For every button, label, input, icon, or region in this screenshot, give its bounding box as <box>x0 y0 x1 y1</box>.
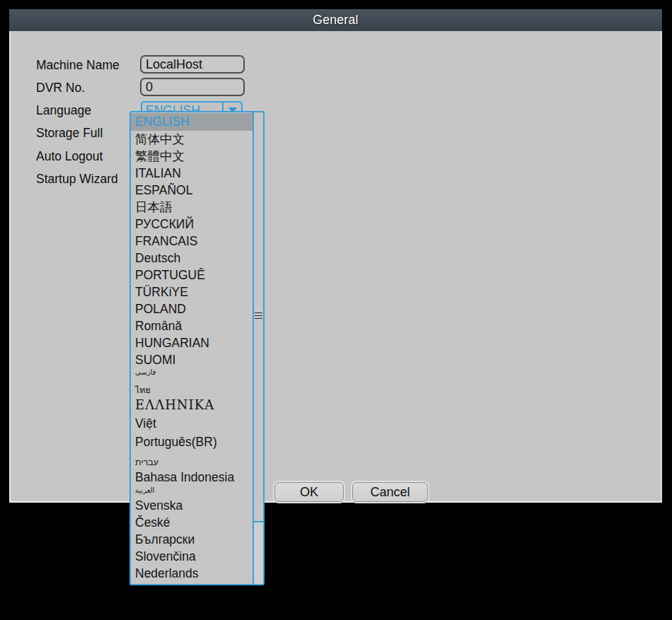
dropdown-item[interactable]: Bahasa Indonesia <box>131 468 253 486</box>
dropdown-item[interactable]: Nederlands <box>131 565 253 582</box>
language-label: Language <box>36 100 91 120</box>
dropdown-item[interactable]: TÜRKiYE <box>131 283 253 300</box>
dropdown-item[interactable]: Deutsch <box>131 250 253 267</box>
dropdown-item[interactable]: Việt <box>131 414 253 433</box>
scrollbar-grip-icon <box>255 312 262 321</box>
dropdown-item[interactable]: ENGLISH <box>131 113 253 131</box>
auto-logout-label: Auto Logout <box>36 146 103 166</box>
startup-wizard-label: Startup Wizard <box>36 169 118 189</box>
dropdown-item[interactable]: HUNGARIAN <box>131 334 253 351</box>
dropdown-item[interactable]: 简体中文 <box>131 131 253 148</box>
dropdown-item[interactable]: POLAND <box>131 300 253 317</box>
dropdown-item[interactable]: 日本語 <box>131 199 253 216</box>
dropdown-item[interactable]: Slovenčina <box>131 548 253 565</box>
language-dropdown-list: ENGLISH简体中文繁體中文ITALIANESPAÑOL日本語РУССКИЙF… <box>131 112 253 584</box>
dialog-titlebar: General <box>9 9 662 31</box>
cancel-button[interactable]: Cancel <box>352 482 428 502</box>
storage-full-label: Storage Full <box>36 123 103 143</box>
dvr-no-label: DVR No. <box>36 78 85 98</box>
dropdown-item[interactable]: ITALIAN <box>131 165 253 182</box>
dropdown-item[interactable]: České <box>131 514 253 531</box>
dropdown-item[interactable]: עברית <box>131 451 253 468</box>
ok-button[interactable]: OK <box>274 482 344 502</box>
general-settings-dialog: General Machine Name DVR No. Language St… <box>9 9 662 503</box>
machine-name-label: Machine Name <box>36 55 120 75</box>
dropdown-item[interactable]: Română <box>131 317 253 334</box>
dropdown-scrollbar[interactable] <box>253 112 263 584</box>
language-dropdown: ENGLISH简体中文繁體中文ITALIANESPAÑOL日本語РУССКИЙF… <box>129 111 265 585</box>
dropdown-item[interactable]: РУССКИЙ <box>131 216 253 233</box>
dvr-no-input[interactable] <box>140 78 245 96</box>
machine-name-input[interactable] <box>140 55 245 74</box>
dropdown-item[interactable]: ESPAÑOL <box>131 182 253 199</box>
dropdown-item[interactable]: SUOMI <box>131 351 253 368</box>
dialog-title: General <box>313 13 358 28</box>
dropdown-item[interactable]: Português(BR) <box>131 433 253 451</box>
dropdown-item[interactable]: العربية <box>131 486 253 497</box>
dropdown-item[interactable]: فارسى <box>131 368 253 379</box>
dropdown-item[interactable]: FRANCAIS <box>131 233 253 250</box>
dropdown-item[interactable]: 繁體中文 <box>131 148 253 165</box>
dropdown-item[interactable]: PORTUGUÊ <box>131 267 253 283</box>
dropdown-item[interactable]: Svenska <box>131 497 253 514</box>
dropdown-item[interactable]: ไทย <box>131 379 253 396</box>
dropdown-item[interactable]: ΕΛΛΗΝΙΚΑ <box>131 396 253 414</box>
dropdown-scrollbar-thumb[interactable] <box>254 112 263 522</box>
dropdown-item[interactable]: Български <box>131 531 253 548</box>
